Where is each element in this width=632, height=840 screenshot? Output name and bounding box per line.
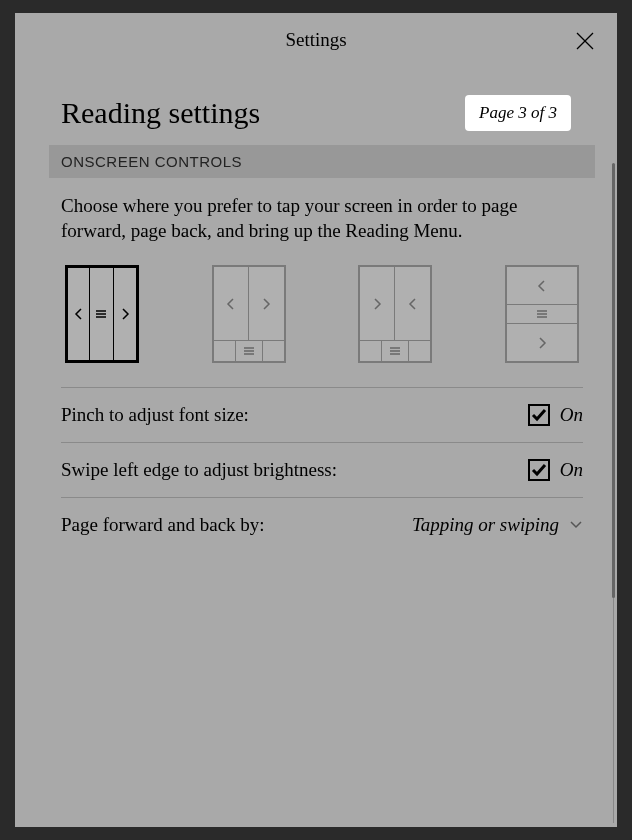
- menu-icon: [243, 346, 255, 356]
- chevron-left-icon: [74, 308, 84, 320]
- menu-icon: [95, 309, 107, 319]
- page-title: Reading settings: [61, 96, 260, 130]
- check-icon: [531, 407, 547, 423]
- layout-option-1[interactable]: [65, 265, 139, 363]
- menu-icon: [536, 309, 548, 319]
- scrollbar[interactable]: [612, 163, 615, 823]
- page-header: Reading settings Page 3 of 3: [61, 95, 583, 131]
- check-icon: [531, 462, 547, 478]
- section-header: ONSCREEN CONTROLS: [49, 145, 595, 178]
- setting-paging-label: Page forward and back by:: [61, 514, 265, 536]
- setting-pinch-label: Pinch to adjust font size:: [61, 404, 249, 426]
- chevron-left-icon: [537, 280, 547, 292]
- content-area: Reading settings Page 3 of 3 ONSCREEN CO…: [15, 67, 617, 553]
- setting-paging-row: Page forward and back by: Tapping or swi…: [61, 497, 583, 553]
- close-icon: [575, 31, 595, 51]
- scrollbar-rail: [613, 598, 614, 823]
- chevron-right-icon: [372, 298, 382, 310]
- chevron-right-icon: [120, 308, 130, 320]
- setting-swipe-state: On: [560, 459, 583, 481]
- layout-option-4[interactable]: [505, 265, 579, 363]
- close-button[interactable]: [575, 31, 595, 55]
- chevron-down-icon: [569, 520, 583, 530]
- scrollbar-thumb[interactable]: [612, 163, 615, 598]
- setting-paging-value: Tapping or swiping: [412, 514, 559, 536]
- layout-option-2[interactable]: [212, 265, 286, 363]
- setting-pinch-state: On: [560, 404, 583, 426]
- chevron-right-icon: [261, 298, 271, 310]
- setting-swipe-checkbox[interactable]: [528, 459, 550, 481]
- setting-paging-dropdown[interactable]: Tapping or swiping: [412, 514, 583, 536]
- chevron-right-icon: [537, 337, 547, 349]
- chevron-left-icon: [408, 298, 418, 310]
- layout-options: [65, 265, 579, 363]
- modal-title: Settings: [285, 29, 346, 51]
- setting-swipe-row: Swipe left edge to adjust brightness: On: [61, 442, 583, 497]
- modal-header: Settings: [15, 13, 617, 67]
- setting-pinch-checkbox[interactable]: [528, 404, 550, 426]
- chevron-left-icon: [226, 298, 236, 310]
- layout-option-3[interactable]: [358, 265, 432, 363]
- setting-pinch-row: Pinch to adjust font size: On: [61, 387, 583, 442]
- settings-modal: Settings Reading settings Page 3 of 3 ON…: [15, 13, 617, 827]
- menu-icon: [389, 346, 401, 356]
- page-indicator-badge: Page 3 of 3: [465, 95, 571, 131]
- setting-swipe-label: Swipe left edge to adjust brightness:: [61, 459, 337, 481]
- section-description: Choose where you prefer to tap your scre…: [61, 194, 561, 243]
